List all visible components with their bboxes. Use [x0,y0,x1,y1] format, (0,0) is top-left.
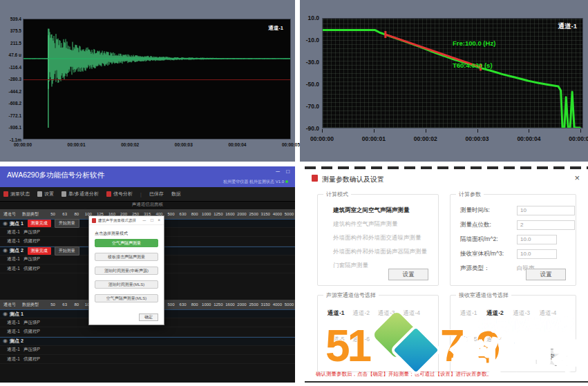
y-tick-label: -50.0 [300,81,319,88]
x-tick-label: 00:00:05 [562,135,588,142]
status-badge[interactable]: 测量完成 [28,247,51,255]
datatype-cell: 声压级P [23,256,40,262]
column-header: 通道号 [0,302,22,308]
table-row[interactable]: 通道-1声压级P [0,346,295,355]
table-row[interactable]: 通道-1倍频程P [0,327,295,336]
column-header: 80 [70,302,82,307]
param-input[interactable]: 10.0 [517,249,557,259]
mode-button-3[interactable]: 混响时间测量(MLS) [95,280,158,289]
toolbar-separator: | [140,192,142,197]
channel-cell: 通道-1 [0,238,23,244]
mode-button-2[interactable]: 混响时间测量(中断声源) [95,267,158,275]
channel-option-4[interactable]: 通道-5 [328,336,353,344]
column-header: 500 [165,212,177,216]
y-tick-label: 375.5 [1,28,21,33]
channel-option-2[interactable]: 通道-3 [513,309,540,318]
param-input[interactable]: 2 [517,220,575,230]
table-row[interactable]: 通道-1倍频程P [0,355,295,364]
channel-cell: 通道-1 [0,256,23,262]
channel-option-1[interactable]: 通道-2 [486,309,513,318]
waveform-chart[interactable]: 通道-1 [23,19,291,139]
point-label: 测点 1 [10,220,23,227]
minimize-button[interactable]: ─ [276,168,280,175]
toolbar-item-5[interactable]: 已保存 [149,191,164,197]
target-icon: ◉ [3,311,8,317]
channel-option-0[interactable]: 通道-1 [460,309,486,318]
toolbar-item-label: 信号分析 [113,191,133,197]
set-params-button[interactable]: 设置 [526,269,566,280]
channel-option-3[interactable]: 通道-4 [540,309,566,318]
analysis-window: AWA6290多功能信号分析软件 ─ □ 杭州爱华仪器 机外监测状态 V1.0 … [0,166,295,383]
column-header: 3150 [260,302,272,307]
param-row-2: 隔墙面积/m^2:10.0 [451,232,576,247]
column-header: 1600 [224,302,236,307]
channel-option-4[interactable]: 通道-5 [460,336,486,344]
channel-option-0[interactable]: 通道-1 [328,309,353,318]
calc-mode-option-3[interactable]: 外墙面构件和外墙面扬声器隔声测量 [318,244,438,258]
param-input[interactable]: 10.0 [517,235,557,244]
y-tick-label: -90.0 [300,125,319,132]
y-tick-label: -772.1 [1,113,21,118]
param-label: 测量时间/s: [460,206,517,215]
x-tick-label: 00:00:04 [511,135,547,142]
close-icon[interactable]: × [158,218,160,222]
y-tick-label: 211.5 [1,41,21,46]
toolbar-item-2[interactable]: 单/多通道分析 [61,191,99,197]
mode-button-1[interactable]: 楼板撞击声隔声测量 [95,253,158,261]
toolbar-item-0[interactable]: 测量状态 [3,191,30,197]
minimize-button[interactable]: ─ [142,218,146,222]
calc-mode-option-1[interactable]: 建筑构件空气声隔声测量 [318,217,438,231]
channel-legend: 通道-1 [268,25,283,32]
group-title: 计算参数 [456,191,484,198]
titlebar: AWA6290多功能信号分析软件 ─ □ 杭州爱华仪器 机外监测状态 V1.0 [0,166,295,187]
y-tick-label: -10.0 [300,37,319,44]
status-badge[interactable]: 开始测量 [55,219,79,228]
channel-option-5[interactable]: 通道-6 [353,336,379,344]
dialog-title: 测量参数确认及设置 [322,175,384,184]
channel-cell: 通道-1 [0,229,23,235]
group-title: 声源室通道信号选择 [323,291,379,299]
ok-button[interactable]: 确定 [526,349,571,366]
channel-option-1[interactable]: 通道-2 [353,309,379,318]
close-icon[interactable]: × [574,173,580,183]
y-tick-label: -608.2 [1,101,21,106]
decay-chart[interactable] [322,18,583,128]
set-mode-button[interactable]: 设置 [388,269,428,280]
group-title: 接收室通道信号选择 [456,291,511,299]
mode-button-0[interactable]: 空气声隔声测量 [95,239,158,247]
ok-button[interactable]: 确定 [139,313,158,321]
toolbar-item-1[interactable]: 设置 [37,191,54,197]
datatype-cell: 倍频程P [23,238,40,244]
param-input[interactable]: 10 [517,206,575,215]
status-badge[interactable]: 开始测量 [55,247,79,255]
column-header: 50 [47,302,59,307]
column-header: 80 [70,212,82,216]
calc-params-group: 计算参数 测量时间/s:10测量点位数:2隔墙面积/m^2:10.0接收室体积/… [450,194,576,286]
x-tick-label: 00:00:02 [115,142,145,147]
calc-mode-option-2[interactable]: 外墙面构件和外墙面交通噪声测量 [318,231,438,244]
window-icon [61,191,66,197]
toolbar-item-label: 测量状态 [10,191,30,197]
titlebar-status-text: 杭州爱华仪器 机外监测状态 V1.0 [223,179,288,185]
toolbar-item-label: 设置 [44,191,54,197]
mode-button-4[interactable]: 空气声隔声测量(MLS) [95,294,158,302]
channel-option-3[interactable]: 通道-4 [404,309,429,318]
toolbar-item-6[interactable]: 数据 [171,191,181,197]
datatype-cell: 声压级P [23,229,40,235]
measure-point-row[interactable]: ◉测点 2 [0,337,295,346]
maximize-button[interactable]: □ [286,168,290,175]
y-tick-label: -936.1 [1,125,21,130]
calc-mode-option-0[interactable]: 建筑两室之间空气声隔声测量 [318,203,438,217]
toolbar-item-3[interactable]: 信号分析 [106,191,133,197]
point-label: 测点 1 [10,311,23,318]
maximize-button[interactable]: □ [151,218,153,222]
column-header: 数据类型 [22,211,47,218]
status-badge[interactable]: 测量完成 [28,220,51,227]
channel-option-2[interactable]: 通道-3 [378,309,404,318]
y-tick-label: -280.3 [1,77,21,81]
hint-text: 确认测量参数后，点击【确定】开始测量；也可通过【设置】进行设置参数。 [316,371,492,378]
column-header: 2000 [236,302,248,307]
column-header: 2500 [248,302,260,307]
channel-option-5[interactable]: 通道-6 [486,336,513,344]
column-header: 630 [177,302,189,307]
